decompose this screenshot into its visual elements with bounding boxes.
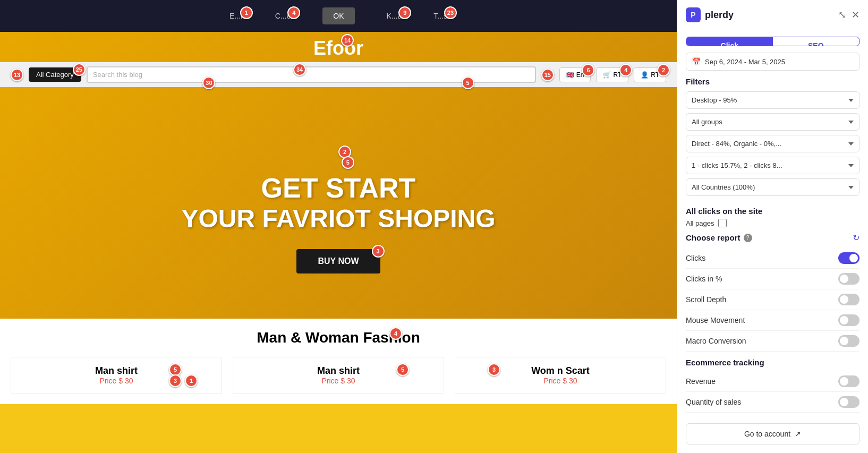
go-to-account-label: Go to account (744, 430, 790, 438)
search-badge-2: 15 (541, 69, 554, 81)
nav-badge-4: 23 (444, 6, 457, 19)
plerdy-logo-text: plerdy (705, 10, 734, 21)
product-name-1: Man 5 shirt (19, 365, 214, 377)
ecommerce-section: Ecommerce tracking Revenue Quantity of s… (677, 352, 868, 413)
groups-filter[interactable]: All groups (686, 113, 860, 131)
filters-title: Filters (686, 77, 860, 86)
product-badge-1b: 3 (169, 374, 182, 387)
product-card-1[interactable]: Man 5 shirt Price 3 1 $ 30 (11, 357, 222, 394)
nav-item-4[interactable]: T...s 23 (433, 12, 447, 20)
product-badge-3a: 3 (488, 363, 500, 376)
go-to-account-icon: ↗ (795, 430, 801, 438)
category-button[interactable]: All Category 25 (29, 67, 81, 82)
toggle-row-revenue: Revenue (686, 371, 860, 392)
search-placeholder: Search this blog (93, 71, 142, 79)
user-button[interactable]: 👤 RT 2 (634, 67, 666, 82)
nav-badge-2: 4 (287, 6, 300, 19)
hero-title-1: GET START (181, 172, 495, 204)
product-price-2: Price $ 30 (241, 377, 436, 385)
date-range-value: Sep 6, 2024 - Mar 5, 2025 (705, 58, 785, 66)
main-content: E...r 1 C...e 4 OK K...a 9 T...s 23 Efoo… (0, 0, 677, 453)
hero-badge-center2: 5 (342, 156, 354, 169)
category-badge: 25 (73, 63, 86, 76)
ok-button[interactable]: OK (322, 7, 354, 24)
tab-seo[interactable]: SEO (773, 37, 860, 46)
hero-title-2: YOUR FAVRIOT SHOPING (181, 204, 495, 233)
all-pages-checkbox[interactable] (718, 219, 727, 227)
product-name-2: Man 5 shirt (241, 365, 436, 377)
products-title: Man & Woman Fashion 4 (11, 329, 666, 346)
refresh-icon[interactable]: ↻ (853, 233, 860, 243)
products-section: Man & Woman Fashion 4 Man 5 shirt Price … (0, 319, 677, 404)
product-badge-1c: 1 (185, 374, 198, 387)
toggle-label-clicks: Clicks (686, 254, 705, 262)
traffic-filter[interactable]: Direct - 84%, Organic - 0%,... (686, 135, 860, 152)
products-grid: Man 5 shirt Price 3 1 $ 30 Man 5 shirt (11, 357, 666, 394)
toggle-clicks[interactable] (838, 252, 860, 264)
toggle-label-mouse-movement: Mouse Movement (686, 316, 745, 324)
date-range-selector[interactable]: 📅 Sep 6, 2024 - Mar 5, 2025 (686, 53, 860, 71)
go-to-account-button[interactable]: Go to account ↗ (686, 423, 860, 445)
plerdy-logo-icon: P (686, 7, 701, 22)
tab-click[interactable]: Click (686, 37, 773, 46)
toggle-macro-conversion[interactable] (838, 335, 860, 347)
toggle-label-clicks-pct: Clicks in % (686, 275, 722, 283)
plerdy-sidebar: P plerdy ⤡ ✕ Click SEO 📅 Sep 6, 2024 - M… (677, 0, 868, 453)
close-icon[interactable]: ✕ (852, 9, 860, 21)
nav-item-2[interactable]: C...e 4 (275, 12, 291, 20)
tab-buttons: Click SEO (686, 37, 860, 46)
toggle-label-quantity-sales: Quantity of sales (686, 398, 741, 406)
hero-content: GET START YOUR FAVRIOT SHOPING 30 5 2 5 … (181, 172, 495, 273)
toggle-revenue[interactable] (838, 375, 860, 387)
toggle-row-mouse-movement: Mouse Movement (686, 310, 860, 331)
product-card-2[interactable]: Man 5 shirt Price $ 30 (233, 357, 444, 394)
product-badge-2a: 5 (396, 363, 409, 376)
nav-item-1[interactable]: E...r 1 (229, 12, 243, 20)
filter-bar: 13 All Category 25 Search this blog 34 1… (0, 62, 677, 87)
toggle-label-macro-conversion: Macro Conversion (686, 337, 746, 345)
toggle-scroll-depth[interactable] (838, 294, 860, 305)
buy-now-button[interactable]: BUY NOW 3 (296, 249, 380, 273)
top-nav: E...r 1 C...e 4 OK K...a 9 T...s 23 (0, 0, 677, 32)
user-badge: 2 (657, 64, 670, 76)
toggle-row-quantity-sales: Quantity of sales (686, 392, 860, 413)
expand-icon[interactable]: ⤡ (838, 9, 846, 21)
hero-badge-right: 5 (462, 76, 474, 89)
clicks-filter[interactable]: 1 - clicks 15.7%, 2 - clicks 8... (686, 157, 860, 174)
toggle-label-scroll-depth: Scroll Depth (686, 295, 726, 304)
toggle-row-scroll-depth: Scroll Depth (686, 289, 860, 310)
toggle-label-revenue: Revenue (686, 377, 716, 386)
toggle-mouse-movement[interactable] (838, 314, 860, 326)
plerdy-logo: P plerdy (686, 7, 734, 22)
site-logo: Efoor 14 (313, 32, 363, 62)
all-clicks-title: All clicks on the site (686, 207, 860, 216)
filters-section: Filters Desktop - 95% All groups Direct … (677, 77, 868, 200)
search-badge-1: 34 (293, 63, 306, 76)
logo-badge: 14 (341, 34, 354, 47)
language-button[interactable]: 🇬🇧 En 6 (559, 67, 591, 82)
filter-left-badge: 13 (11, 69, 23, 81)
product-price-3: Price $ 30 (463, 377, 658, 385)
hero-section: Efoor 14 13 All Category 25 Search this … (0, 32, 677, 319)
product-name-3: Wom 3 n Scart (463, 365, 658, 377)
all-pages-row: All pages (686, 219, 860, 227)
toggle-quantity-sales[interactable] (838, 396, 860, 408)
toggle-row-clicks-pct: Clicks in % (686, 269, 860, 289)
product-card-3[interactable]: Wom 3 n Scart Price $ 30 (455, 357, 666, 394)
calendar-icon: 📅 (692, 57, 701, 66)
cart-button[interactable]: 🛒 RT 4 (596, 67, 628, 82)
device-filter[interactable]: Desktop - 95% (686, 91, 860, 109)
buy-badge: 3 (372, 245, 385, 258)
choose-report-header: Choose report ? ↻ (686, 233, 860, 243)
toggle-row-clicks: Clicks (686, 248, 860, 269)
ecommerce-title: Ecommerce tracking (686, 358, 860, 367)
lang-badge: 6 (582, 64, 594, 76)
products-title-badge: 4 (389, 327, 402, 340)
choose-report-title: Choose report (686, 233, 741, 242)
nav-item-3[interactable]: K...a 9 (387, 12, 402, 20)
toggle-row-macro-conversion: Macro Conversion (686, 331, 860, 352)
toggle-clicks-pct[interactable] (838, 273, 860, 285)
help-icon[interactable]: ? (744, 234, 752, 242)
nav-badge-3: 9 (398, 6, 411, 19)
countries-filter[interactable]: All Countries (100%) (686, 178, 860, 196)
